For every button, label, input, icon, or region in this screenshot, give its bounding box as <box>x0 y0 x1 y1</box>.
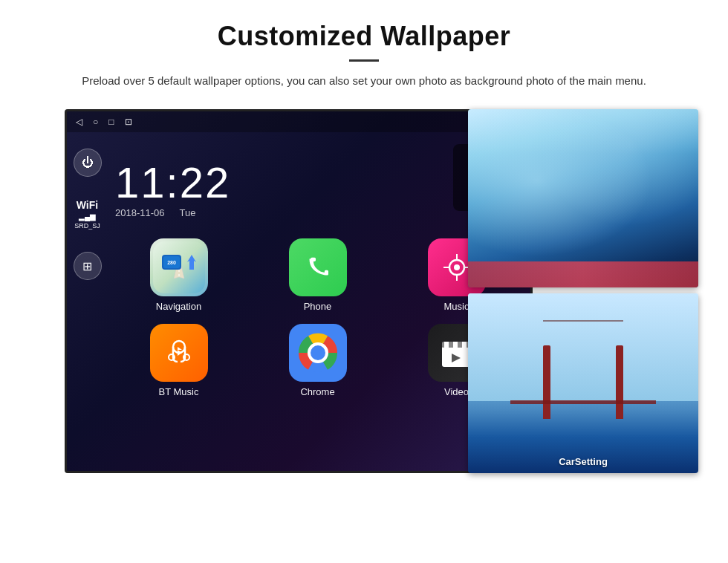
video-label: Video <box>444 386 469 397</box>
svg-text:280: 280 <box>167 260 176 265</box>
carsetting-label: CarSetting <box>468 456 698 467</box>
page-title: Customized Wallpaper <box>59 21 669 52</box>
android-screen: ◁ ○ □ ⊡ 📍 ▼ 11:22 ⏻ WiFi ▂▄▆ SRD_SJ ⊞ <box>65 109 533 473</box>
phone-icon <box>289 238 347 296</box>
svg-rect-16 <box>444 342 449 348</box>
chrome-icon <box>289 324 347 382</box>
screenshot-icon[interactable]: ⊡ <box>125 117 132 127</box>
app-item-phone[interactable]: Phone <box>254 238 381 312</box>
navigation-icon: 280 <box>150 238 208 296</box>
clock-time: 11:22 <box>115 157 438 207</box>
wifi-bars: ▂▄▆ <box>74 212 100 221</box>
app-item-chrome[interactable]: Chrome <box>254 324 381 397</box>
svg-point-7 <box>454 264 460 270</box>
btmusic-label: BT Music <box>159 386 199 397</box>
power-button[interactable]: ⏻ <box>74 149 102 177</box>
clock-display: 11:22 2018-11-06 Tue <box>115 157 438 218</box>
phone-label: Phone <box>304 301 332 312</box>
wallpaper-bottom: CarSetting <box>468 293 698 473</box>
page-description: Preload over 5 default wallpaper options… <box>59 72 669 90</box>
title-divider <box>349 59 379 62</box>
wifi-info: WiFi ▂▄▆ SRD_SJ <box>74 199 100 230</box>
date-value: 2018-11-06 <box>115 207 165 218</box>
app-item-navigation[interactable]: 280 Navigation <box>115 238 242 312</box>
page-header: Customized Wallpaper Preload over 5 defa… <box>0 0 728 102</box>
power-icon: ⏻ <box>82 156 94 169</box>
clock-date: 2018-11-06 Tue <box>115 207 438 218</box>
navigation-label: Navigation <box>156 301 201 312</box>
btmusic-icon <box>150 324 208 382</box>
apps-button[interactable]: ⊞ <box>74 252 102 280</box>
recent-icon[interactable]: □ <box>108 117 114 127</box>
status-bar: ◁ ○ □ ⊡ 📍 ▼ 11:22 <box>67 111 530 132</box>
apps-icon: ⊞ <box>82 259 92 273</box>
wallpaper-top <box>468 109 698 287</box>
wifi-label: WiFi <box>74 199 100 211</box>
day-value: Tue <box>180 207 196 218</box>
music-label: Music <box>444 301 469 312</box>
svg-rect-18 <box>462 342 467 348</box>
svg-rect-17 <box>453 342 458 348</box>
app-item-btmusic[interactable]: BT Music <box>115 324 242 397</box>
wifi-ssid: SRD_SJ <box>74 222 100 230</box>
svg-point-13 <box>311 345 325 360</box>
left-sidebar: ⏻ WiFi ▂▄▆ SRD_SJ ⊞ <box>67 111 108 473</box>
chrome-label: Chrome <box>300 386 334 397</box>
